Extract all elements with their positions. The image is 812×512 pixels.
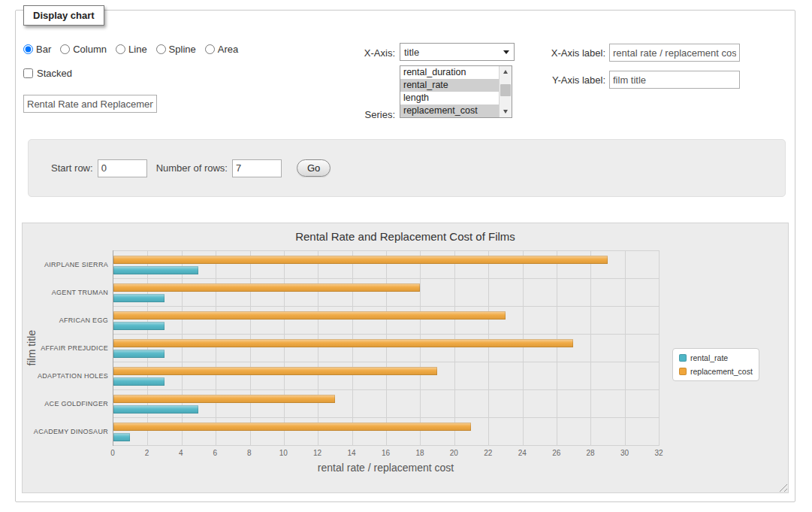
- page: { "fieldset": { "legend": "Display chart…: [0, 0, 812, 512]
- chart-type-option-column[interactable]: Column: [60, 44, 107, 55]
- x-axis-label-input[interactable]: [609, 44, 740, 62]
- bar-group: [113, 335, 659, 362]
- x-tick-label: 2: [145, 449, 149, 457]
- legend-item-rental_rate[interactable]: rental_rate: [679, 353, 753, 362]
- series-listbox-label: Series:: [331, 109, 395, 121]
- number-of-rows-input[interactable]: [232, 159, 282, 177]
- chart-type-radio-group: BarColumnLineSplineArea: [23, 44, 238, 55]
- y-axis-label-label: Y-Axis label:: [530, 74, 605, 86]
- chart-title: Rental Rate and Replacement Cost of Film…: [23, 230, 788, 243]
- chart-type-label: Column: [73, 44, 107, 55]
- category-label: AIRPLANE SIERRA: [38, 250, 108, 278]
- category-label: ACADEMY DINOSAUR: [38, 418, 108, 446]
- chart-type-radio-bar[interactable]: [23, 44, 33, 54]
- resize-handle-icon[interactable]: [777, 482, 787, 492]
- x-tick-label: 10: [279, 449, 288, 457]
- category-label: ACE GOLDFINGER: [38, 390, 108, 418]
- x-axis-select-label: X-Axis:: [331, 47, 395, 59]
- chart-type-label: Spline: [169, 44, 196, 55]
- x-axis-select[interactable]: title: [400, 43, 515, 61]
- series-options: rental_durationrental_ratelengthreplacem…: [400, 66, 499, 117]
- chart-title-input[interactable]: [23, 95, 157, 113]
- go-button[interactable]: Go: [297, 159, 331, 177]
- chart-type-radio-spline[interactable]: [156, 44, 166, 54]
- display-chart-fieldset: Display chart BarColumnLineSplineArea St…: [15, 10, 795, 502]
- x-tick-label: 20: [450, 449, 458, 457]
- triangle-up-icon: [503, 70, 508, 74]
- bar-group: [113, 390, 659, 418]
- category-axis-labels: AIRPLANE SIERRAAGENT TRUMANAFRICAN EGGAF…: [38, 250, 108, 446]
- chart-type-radio-area[interactable]: [205, 44, 215, 54]
- x-tick-label: 6: [213, 449, 218, 457]
- stacked-checkbox-row[interactable]: Stacked: [23, 68, 72, 79]
- chart-type-option-bar[interactable]: Bar: [23, 44, 51, 55]
- category-label: ADAPTATION HOLES: [38, 362, 108, 390]
- bar-rental_rate[interactable]: [113, 350, 165, 358]
- bar-rental_rate[interactable]: [113, 322, 165, 330]
- bar-group: [113, 362, 659, 390]
- x-tick-label: 22: [484, 449, 492, 457]
- series-option-length[interactable]: length: [400, 92, 499, 105]
- bar-group: [113, 279, 659, 307]
- x-tick-label: 32: [654, 449, 663, 457]
- bar-rental_rate[interactable]: [113, 433, 130, 441]
- chart-panel: Rental Rate and Replacement Cost of Film…: [22, 223, 789, 493]
- stacked-label: Stacked: [37, 68, 72, 79]
- x-tick-label: 16: [382, 449, 390, 457]
- series-option-replacement_cost[interactable]: replacement_cost: [400, 105, 499, 117]
- x-tick-label: 28: [587, 449, 595, 457]
- row-controls-panel: Start row: Number of rows: Go: [28, 139, 786, 197]
- series-option-rental_duration[interactable]: rental_duration: [400, 66, 499, 79]
- chart-type-radio-column[interactable]: [60, 44, 70, 54]
- bar-replacement_cost[interactable]: [113, 256, 608, 264]
- triangle-down-icon: [503, 110, 508, 114]
- bar-replacement_cost[interactable]: [113, 339, 573, 347]
- category-label: AFRICAN EGG: [38, 306, 108, 334]
- legend-label: replacement_cost: [690, 367, 753, 376]
- chart-type-label: Line: [128, 44, 147, 55]
- y-axis-title-text: film title: [26, 330, 38, 365]
- x-tick-label: 0: [110, 449, 115, 457]
- bar-replacement_cost[interactable]: [113, 395, 335, 403]
- series-option-rental_rate[interactable]: rental_rate: [400, 79, 499, 92]
- category-label: AFFAIR PREJUDICE: [38, 334, 108, 362]
- start-row-input[interactable]: [98, 159, 147, 177]
- x-tick-label: 18: [415, 449, 424, 457]
- chart-type-option-area[interactable]: Area: [205, 44, 238, 55]
- chart-legend: rental_ratereplacement_cost: [672, 348, 759, 381]
- bar-replacement_cost[interactable]: [113, 423, 471, 431]
- start-row-label: Start row:: [51, 162, 93, 174]
- listbox-scrollbar[interactable]: [499, 66, 512, 117]
- y-axis-label-input[interactable]: [609, 71, 740, 89]
- x-tick-label: 24: [518, 449, 527, 457]
- category-label: AGENT TRUMAN: [38, 278, 108, 306]
- x-tick-label: 8: [247, 449, 252, 457]
- legend-label: rental_rate: [690, 353, 728, 362]
- stacked-checkbox[interactable]: [23, 68, 33, 78]
- legend-item-replacement_cost[interactable]: replacement_cost: [679, 367, 753, 376]
- bar-replacement_cost[interactable]: [113, 367, 437, 375]
- legend-swatch: [679, 354, 687, 362]
- number-of-rows-label: Number of rows:: [156, 162, 228, 174]
- bar-rental_rate[interactable]: [113, 266, 198, 274]
- scroll-down-button[interactable]: [500, 106, 512, 117]
- bar-rental_rate[interactable]: [113, 294, 165, 302]
- chart-type-label: Bar: [36, 44, 51, 55]
- scroll-thumb[interactable]: [500, 84, 511, 96]
- bar-group: [113, 251, 659, 279]
- x-axis-title: rental rate / replacement cost: [113, 462, 659, 474]
- x-tick-label: 26: [552, 449, 560, 457]
- gridline: [659, 250, 660, 446]
- bar-replacement_cost[interactable]: [113, 311, 506, 320]
- scroll-up-button[interactable]: [500, 66, 512, 77]
- x-tick-label: 4: [179, 449, 183, 457]
- fieldset-legend: Display chart: [23, 5, 104, 26]
- series-listbox[interactable]: rental_durationrental_ratelengthreplacem…: [400, 65, 512, 118]
- chart-type-option-spline[interactable]: Spline: [156, 44, 196, 55]
- bar-replacement_cost[interactable]: [113, 283, 420, 292]
- scroll-track[interactable]: [500, 77, 512, 106]
- bar-rental_rate[interactable]: [113, 377, 165, 386]
- chart-type-radio-line[interactable]: [116, 44, 125, 54]
- bar-rental_rate[interactable]: [113, 405, 198, 414]
- chart-type-option-line[interactable]: Line: [116, 44, 147, 55]
